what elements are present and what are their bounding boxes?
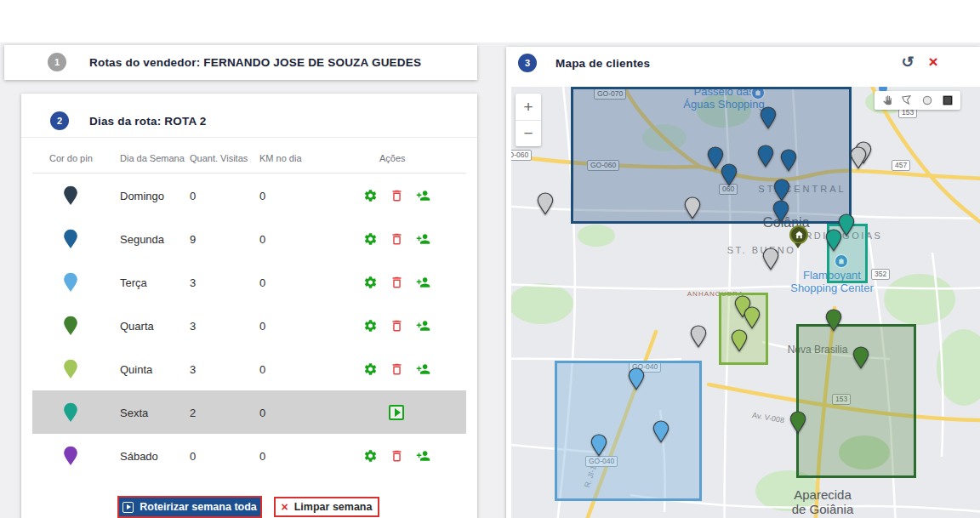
map-pin-segunda[interactable] bbox=[772, 200, 789, 223]
clear-week-label: Limpar semana bbox=[294, 501, 373, 513]
polygon-tool-icon[interactable] bbox=[901, 94, 914, 107]
settings-day-button[interactable] bbox=[363, 448, 378, 463]
map-pin-segunda[interactable] bbox=[760, 106, 777, 129]
pin-shape bbox=[757, 145, 774, 168]
map-pin-unassigned[interactable] bbox=[690, 325, 707, 348]
map-pin-terca[interactable] bbox=[590, 434, 607, 457]
pin-color-icon bbox=[63, 446, 78, 466]
map-pin-quarta[interactable] bbox=[789, 411, 806, 434]
undo-icon: ↺ bbox=[901, 53, 914, 71]
zoom-out-button[interactable]: − bbox=[516, 120, 541, 147]
table-row-1[interactable]: Segunda90 bbox=[32, 217, 466, 260]
x-icon: × bbox=[282, 500, 288, 514]
table-row-5[interactable]: Sexta20 bbox=[32, 390, 466, 434]
table-row-2[interactable]: Terça30 bbox=[32, 260, 466, 304]
rectangle-tool-icon[interactable] bbox=[942, 94, 954, 107]
zoom-in-button[interactable]: + bbox=[516, 94, 541, 120]
col-header-visits: Quant. Visitas bbox=[190, 153, 248, 163]
settings-day-button[interactable] bbox=[363, 275, 378, 289]
visits-value: 2 bbox=[190, 406, 196, 418]
settings-day-button[interactable] bbox=[363, 318, 378, 333]
add-client-button[interactable] bbox=[416, 448, 430, 463]
hand-tool-icon[interactable] bbox=[880, 94, 893, 107]
screen: 1 Rotas do vendedor: FERNANDO JOSE DE SO… bbox=[0, 0, 980, 518]
settings-day-button[interactable] bbox=[363, 231, 378, 246]
add-client-button[interactable] bbox=[416, 231, 430, 246]
settings-day-button[interactable] bbox=[363, 361, 378, 376]
map-draw-toolbar bbox=[875, 91, 960, 110]
map-pin-quarta[interactable] bbox=[825, 309, 842, 332]
map-pin-quinta[interactable] bbox=[731, 329, 748, 352]
delete-day-button[interactable] bbox=[390, 275, 404, 289]
route-whole-week-button[interactable]: Roteirizar semana toda bbox=[117, 496, 262, 518]
person-add-icon bbox=[416, 318, 430, 333]
route-day-button[interactable] bbox=[389, 405, 404, 420]
map-pin-unassigned[interactable] bbox=[850, 146, 867, 169]
weekday-label: Terça bbox=[120, 276, 147, 288]
route-days-table: Domingo00Segunda90Terça30Quarta30Quinta3… bbox=[32, 174, 466, 477]
pin-shape bbox=[63, 185, 78, 206]
person-add-icon bbox=[416, 361, 430, 376]
trash-icon bbox=[390, 318, 404, 333]
panel-1-title: Rotas do vendedor: FERNANDO JOSE DE SOUZ… bbox=[89, 56, 421, 69]
weekday-label: Quinta bbox=[120, 362, 152, 375]
map-canvas[interactable]: Passeio das Águas ShoppingST. CENTRALGoi… bbox=[511, 87, 980, 518]
map-pin-unassigned[interactable] bbox=[684, 196, 701, 219]
settings-day-button[interactable] bbox=[363, 188, 378, 202]
reset-map-button[interactable]: ↺ bbox=[897, 52, 918, 72]
map-pin-unassigned[interactable] bbox=[762, 248, 779, 270]
map-zoom-control: + − bbox=[516, 94, 541, 146]
visits-value: 3 bbox=[190, 362, 196, 375]
map-pin-sexta[interactable] bbox=[825, 229, 842, 252]
pin-shape bbox=[744, 306, 761, 329]
trash-icon bbox=[390, 361, 404, 376]
map-pin-segunda[interactable] bbox=[780, 149, 797, 172]
add-client-button[interactable] bbox=[416, 275, 430, 289]
pin-shape bbox=[628, 367, 645, 390]
pin-shape bbox=[773, 179, 790, 202]
km-value: 0 bbox=[259, 406, 265, 418]
map-pin-quinta[interactable] bbox=[744, 306, 761, 329]
map-pin-quarta[interactable] bbox=[852, 346, 869, 369]
trash-icon bbox=[390, 231, 404, 246]
delete-day-button[interactable] bbox=[390, 318, 404, 333]
pin-shape bbox=[63, 229, 78, 249]
table-row-6[interactable]: Sábado00 bbox=[32, 434, 466, 477]
gear-icon bbox=[363, 361, 378, 376]
circle-tool-icon[interactable] bbox=[921, 94, 934, 107]
circle-glyph bbox=[921, 94, 933, 106]
map-pin-segunda[interactable] bbox=[773, 179, 790, 202]
table-row-0[interactable]: Domingo00 bbox=[32, 174, 466, 217]
map-pin-segunda[interactable] bbox=[721, 163, 738, 186]
panel-2-title: Dias da rota: ROTA 2 bbox=[89, 115, 207, 128]
delete-day-button[interactable] bbox=[390, 231, 404, 246]
map-pin-unassigned[interactable] bbox=[537, 192, 554, 215]
table-header: Cor do pin Dia da Semana Quant. Visitas … bbox=[32, 153, 466, 167]
map-pin-terca[interactable] bbox=[652, 420, 669, 443]
close-map-button[interactable]: × bbox=[923, 52, 943, 72]
pin-shape bbox=[762, 248, 779, 270]
row-actions bbox=[345, 231, 447, 246]
pin-shape bbox=[652, 420, 669, 443]
route-start-marker[interactable] bbox=[789, 225, 808, 244]
clear-week-button[interactable]: × Limpar semana bbox=[274, 497, 379, 517]
pin-shape bbox=[63, 402, 78, 423]
delete-day-button[interactable] bbox=[390, 448, 404, 463]
table-row-4[interactable]: Quinta30 bbox=[32, 347, 466, 390]
person-add-icon bbox=[416, 188, 430, 202]
delete-day-button[interactable] bbox=[390, 188, 404, 202]
trash-icon bbox=[390, 188, 404, 202]
step-2-badge: 2 bbox=[50, 111, 69, 130]
pin-shape bbox=[63, 359, 78, 379]
table-row-3[interactable]: Quarta30 bbox=[32, 304, 466, 347]
add-client-button[interactable] bbox=[416, 318, 430, 333]
play-icon bbox=[395, 408, 401, 417]
map-pin-segunda[interactable] bbox=[757, 145, 774, 168]
delete-day-button[interactable] bbox=[390, 361, 404, 376]
visits-value: 0 bbox=[190, 189, 196, 202]
add-client-button[interactable] bbox=[416, 361, 430, 376]
pin-shape bbox=[850, 146, 867, 169]
map-pin-terca[interactable] bbox=[628, 367, 645, 390]
add-client-button[interactable] bbox=[416, 188, 430, 202]
pin-shape bbox=[690, 325, 707, 348]
